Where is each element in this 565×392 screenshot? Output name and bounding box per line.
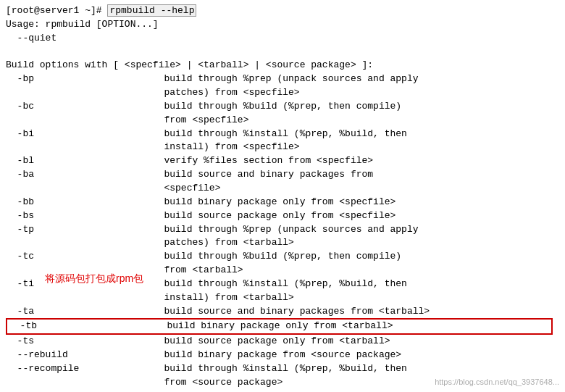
line-bl: -bl verify %files section from <specfile…	[6, 154, 559, 168]
line-tc1: -tc build through %build (%prep, then co…	[6, 250, 559, 264]
line-blank2	[6, 390, 559, 392]
line-recompile1: --recompile build through %install (%pre…	[6, 362, 559, 376]
line-bp2: patches) from <specfile>	[6, 86, 559, 100]
line-usage: Usage: rpmbuild [OPTION...]	[6, 18, 559, 32]
line-bp1: -bp build through %prep (unpack sources …	[6, 72, 559, 86]
line-tp1: -tp build through %prep (unpack sources …	[6, 223, 559, 237]
line-bi1: -bi build through %install (%prep, %buil…	[6, 128, 559, 141]
line-bc1: -bc build through %build (%prep, then co…	[6, 100, 559, 114]
command-highlight: rpmbuild --help	[107, 4, 196, 17]
prompt-text: [root@server1 ~]#	[6, 5, 107, 16]
line-ba1: -ba build source and binary packages fro…	[6, 168, 559, 182]
prompt-line: [root@server1 ~]# rpmbuild --help	[6, 4, 559, 18]
line-bb: -bb build binary package only from <spec…	[6, 196, 559, 209]
line-rebuild: --rebuild build binary package from <sou…	[6, 349, 559, 362]
line-bs: -bs build source package only from <spec…	[6, 209, 559, 223]
line-tb-highlighted: -tb build binary package only from <tarb…	[6, 318, 553, 335]
terminal-window: [root@server1 ~]# rpmbuild --help Usage:…	[0, 0, 565, 392]
line-ti2: install) from <tarball>	[6, 291, 559, 305]
annotation-text: 将源码包打包成rpm包	[45, 272, 143, 285]
line-bi2: install) from <specfile>	[6, 141, 559, 154]
line-ts: -ts build source package only from <tarb…	[6, 335, 559, 349]
watermark: https://blog.csdn.net/qq_3937648...	[435, 378, 559, 386]
line-ba2: <specfile>	[6, 182, 559, 196]
line-bc2: from <specfile>	[6, 114, 559, 128]
line-ta: -ta build source and binary packages fro…	[6, 305, 559, 319]
line-build-options: Build options with [ <specfile> | <tarba…	[6, 59, 559, 72]
line-quiet: --quiet	[6, 32, 559, 46]
line-tp2: patches) from <tarball>	[6, 236, 559, 250]
line-blank1	[6, 46, 559, 59]
